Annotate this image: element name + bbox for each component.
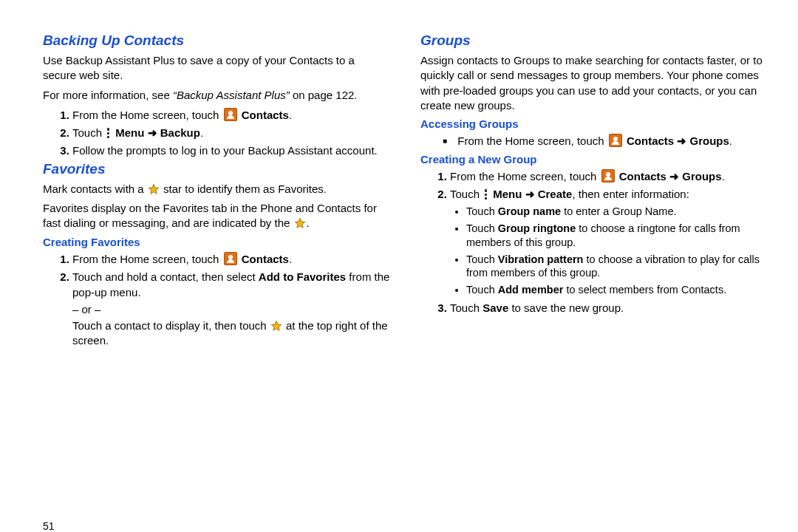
heading-creating-group: Creating a New Group — [420, 153, 768, 166]
contacts-icon — [601, 169, 615, 183]
b1: Touch Group name to enter a Group Name. — [466, 205, 768, 219]
groups-desc: Assign contacts to Groups to make search… — [420, 53, 768, 113]
backing-up-steps: From the Home screen, touch Contacts. To… — [43, 107, 391, 158]
heading-accessing-groups: Accessing Groups — [420, 117, 768, 130]
heading-backing-up: Backing Up Contacts — [43, 33, 391, 49]
menu-icon — [483, 189, 491, 200]
info-bullets: Touch Group name to enter a Group Name. … — [450, 205, 768, 297]
cg-step-3: Touch Save to save the new group. — [450, 300, 768, 316]
b3: Touch Vibration pattern to choose a vibr… — [466, 253, 768, 281]
heading-favorites: Favorites — [43, 161, 391, 177]
star-icon — [270, 320, 282, 332]
fav-step-2: Touch and hold a contact, then select Ad… — [72, 269, 391, 300]
favorites-p2: Favorites display on the Favorites tab i… — [43, 201, 391, 231]
right-column: Groups Assign contacts to Groups to make… — [420, 30, 768, 532]
page-number: 51 — [43, 520, 55, 532]
b4: Touch Add member to select members from … — [466, 283, 768, 297]
heading-creating-favorites: Creating Favorites — [43, 236, 391, 248]
creating-favorites-steps: From the Home screen, touch Contacts. To… — [43, 251, 391, 300]
accessing-line: From the Home screen, touch Contacts ➜ G… — [443, 133, 768, 149]
cg-step-1: From the Home screen, touch Contacts ➜ G… — [450, 168, 768, 184]
contacts-icon — [609, 134, 622, 147]
star-icon — [148, 183, 160, 195]
star-icon — [294, 217, 306, 229]
menu-icon — [106, 128, 113, 138]
step-2: Touch Menu ➜ Backup. — [72, 125, 391, 140]
left-column: Backing Up Contacts Use Backup Assistant… — [43, 30, 391, 532]
b2: Touch Group ringtone to choose a rington… — [466, 222, 768, 250]
heading-groups: Groups — [420, 33, 768, 49]
accessing-groups-list: From the Home screen, touch Contacts ➜ G… — [420, 133, 768, 149]
step-3: Follow the prompts to log in to your Bac… — [72, 143, 391, 158]
favorites-p1: Mark contacts with a star to identify th… — [43, 182, 391, 197]
backing-up-ref: For more information, see “Backup Assist… — [43, 88, 391, 103]
cg-step-2: Touch Menu ➜ Create, then enter informat… — [450, 186, 768, 297]
fav-alt: Touch a contact to display it, then touc… — [43, 318, 391, 349]
or-separator: – or – — [43, 303, 391, 316]
backing-up-desc: Use Backup Assistant Plus to save a copy… — [43, 53, 391, 83]
contacts-icon — [224, 252, 237, 265]
manual-page: Backing Up Contacts Use Backup Assistant… — [0, 0, 798, 532]
step-1: From the Home screen, touch Contacts. — [72, 107, 391, 123]
contacts-icon — [224, 108, 237, 121]
creating-group-steps: From the Home screen, touch Contacts ➜ G… — [420, 168, 768, 316]
fav-step-1: From the Home screen, touch Contacts. — [72, 251, 391, 267]
